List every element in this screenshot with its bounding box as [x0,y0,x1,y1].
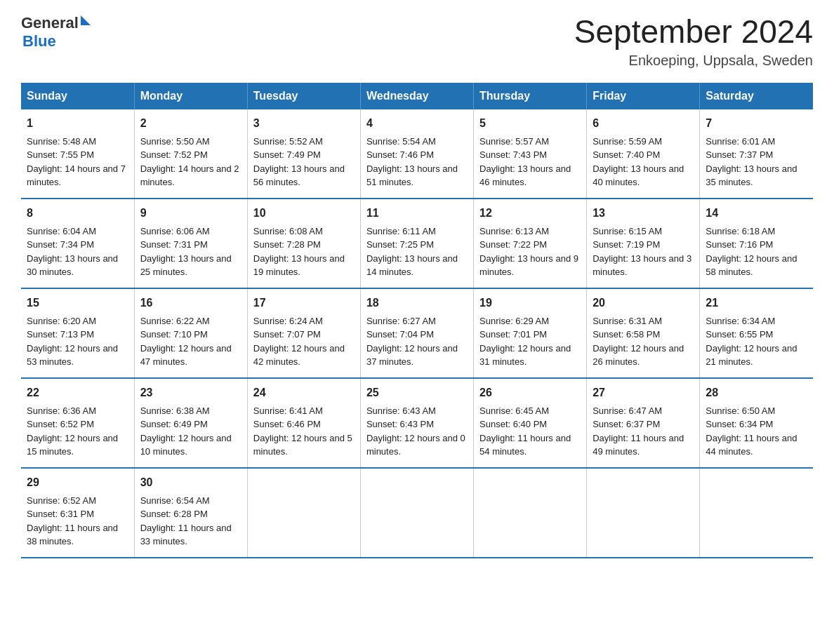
day-info: Sunrise: 6:06 AMSunset: 7:31 PMDaylight:… [140,226,232,278]
day-info: Sunrise: 6:43 AMSunset: 6:43 PMDaylight:… [366,405,465,457]
day-info: Sunrise: 6:45 AMSunset: 6:40 PMDaylight:… [479,405,571,457]
calendar-cell: 17Sunrise: 6:24 AMSunset: 7:07 PMDayligh… [247,288,360,378]
calendar-cell: 11Sunrise: 6:11 AMSunset: 7:25 PMDayligh… [360,199,473,288]
day-number: 18 [366,295,468,311]
calendar-cell: 20Sunrise: 6:31 AMSunset: 6:58 PMDayligh… [587,288,700,378]
week-row-5: 29Sunrise: 6:52 AMSunset: 6:31 PMDayligh… [21,468,813,558]
calendar-cell: 4Sunrise: 5:54 AMSunset: 7:46 PMDaylight… [360,109,473,199]
calendar-cell: 26Sunrise: 6:45 AMSunset: 6:40 PMDayligh… [474,378,587,468]
logo-blue-text: Blue [21,32,91,51]
week-row-4: 22Sunrise: 6:36 AMSunset: 6:52 PMDayligh… [21,378,813,468]
week-row-3: 15Sunrise: 6:20 AMSunset: 7:13 PMDayligh… [21,288,813,378]
week-row-1: 1Sunrise: 5:48 AMSunset: 7:55 PMDaylight… [21,109,813,199]
calendar-cell [700,468,813,558]
day-info: Sunrise: 6:04 AMSunset: 7:34 PMDaylight:… [27,226,118,278]
day-number: 21 [706,295,807,311]
day-info: Sunrise: 5:50 AMSunset: 7:52 PMDaylight:… [140,136,239,188]
calendar-cell: 8Sunrise: 6:04 AMSunset: 7:34 PMDaylight… [21,199,134,288]
day-info: Sunrise: 6:11 AMSunset: 7:25 PMDaylight:… [366,226,458,278]
header-tuesday: Tuesday [247,83,360,109]
day-info: Sunrise: 6:27 AMSunset: 7:04 PMDaylight:… [366,316,458,368]
header-wednesday: Wednesday [360,83,473,109]
calendar-table: SundayMondayTuesdayWednesdayThursdayFrid… [21,83,813,558]
day-info: Sunrise: 6:34 AMSunset: 6:55 PMDaylight:… [706,316,797,368]
calendar-cell: 21Sunrise: 6:34 AMSunset: 6:55 PMDayligh… [700,288,813,378]
calendar-cell: 30Sunrise: 6:54 AMSunset: 6:28 PMDayligh… [134,468,247,558]
day-info: Sunrise: 6:52 AMSunset: 6:31 PMDaylight:… [27,495,118,547]
calendar-cell: 25Sunrise: 6:43 AMSunset: 6:43 PMDayligh… [360,378,473,468]
day-info: Sunrise: 6:38 AMSunset: 6:49 PMDaylight:… [140,405,232,457]
day-number: 19 [479,295,581,311]
day-number: 29 [27,474,128,491]
day-info: Sunrise: 6:01 AMSunset: 7:37 PMDaylight:… [706,136,797,188]
logo-triangle-icon [81,15,91,25]
day-info: Sunrise: 6:20 AMSunset: 7:13 PMDaylight:… [27,316,118,368]
day-number: 13 [593,205,694,222]
calendar-cell: 13Sunrise: 6:15 AMSunset: 7:19 PMDayligh… [587,199,700,288]
day-info: Sunrise: 6:47 AMSunset: 6:37 PMDaylight:… [593,405,684,457]
header-sunday: Sunday [21,83,134,109]
calendar-cell: 29Sunrise: 6:52 AMSunset: 6:31 PMDayligh… [21,468,134,558]
day-number: 11 [366,205,468,222]
day-number: 22 [27,384,128,401]
header-friday: Friday [587,83,700,109]
day-number: 5 [479,115,581,132]
month-year-title: September 2024 [574,14,813,50]
calendar-cell: 24Sunrise: 6:41 AMSunset: 6:46 PMDayligh… [247,378,360,468]
header-monday: Monday [134,83,247,109]
header: General Blue September 2024 Enkoeping, U… [21,14,813,69]
location-subtitle: Enkoeping, Uppsala, Sweden [574,53,813,69]
calendar-cell: 3Sunrise: 5:52 AMSunset: 7:49 PMDaylight… [247,109,360,199]
day-info: Sunrise: 5:48 AMSunset: 7:55 PMDaylight:… [27,136,126,188]
day-number: 25 [366,384,468,401]
calendar-cell: 22Sunrise: 6:36 AMSunset: 6:52 PMDayligh… [21,378,134,468]
day-info: Sunrise: 6:08 AMSunset: 7:28 PMDaylight:… [253,226,345,278]
day-info: Sunrise: 6:13 AMSunset: 7:22 PMDaylight:… [479,226,578,278]
day-info: Sunrise: 6:24 AMSunset: 7:07 PMDaylight:… [253,316,345,368]
calendar-cell: 15Sunrise: 6:20 AMSunset: 7:13 PMDayligh… [21,288,134,378]
calendar-header-row: SundayMondayTuesdayWednesdayThursdayFrid… [21,83,813,109]
day-number: 23 [140,384,241,401]
day-info: Sunrise: 5:59 AMSunset: 7:40 PMDaylight:… [593,136,684,188]
day-number: 14 [706,205,807,222]
day-info: Sunrise: 6:36 AMSunset: 6:52 PMDaylight:… [27,405,118,457]
day-number: 7 [706,115,807,132]
calendar-cell: 12Sunrise: 6:13 AMSunset: 7:22 PMDayligh… [474,199,587,288]
day-info: Sunrise: 6:50 AMSunset: 6:34 PMDaylight:… [706,405,797,457]
day-info: Sunrise: 6:29 AMSunset: 7:01 PMDaylight:… [479,316,571,368]
day-number: 8 [27,205,128,222]
title-block: September 2024 Enkoeping, Uppsala, Swede… [574,14,813,69]
day-info: Sunrise: 6:54 AMSunset: 6:28 PMDaylight:… [140,495,232,547]
calendar-cell: 19Sunrise: 6:29 AMSunset: 7:01 PMDayligh… [474,288,587,378]
week-row-2: 8Sunrise: 6:04 AMSunset: 7:34 PMDaylight… [21,199,813,288]
day-number: 26 [479,384,581,401]
calendar-cell: 7Sunrise: 6:01 AMSunset: 7:37 PMDaylight… [700,109,813,199]
day-number: 24 [253,384,355,401]
calendar-cell: 27Sunrise: 6:47 AMSunset: 6:37 PMDayligh… [587,378,700,468]
day-number: 2 [140,115,241,132]
calendar-cell [587,468,700,558]
day-number: 1 [27,115,128,132]
logo: General Blue [21,14,91,51]
day-number: 3 [253,115,355,132]
calendar-cell: 2Sunrise: 5:50 AMSunset: 7:52 PMDaylight… [134,109,247,199]
day-info: Sunrise: 6:22 AMSunset: 7:10 PMDaylight:… [140,316,232,368]
calendar-cell: 28Sunrise: 6:50 AMSunset: 6:34 PMDayligh… [700,378,813,468]
calendar-cell [474,468,587,558]
day-number: 15 [27,295,128,311]
day-info: Sunrise: 6:15 AMSunset: 7:19 PMDaylight:… [593,226,691,278]
calendar-cell [247,468,360,558]
day-number: 17 [253,295,355,311]
day-number: 27 [593,384,694,401]
day-number: 6 [593,115,694,132]
day-info: Sunrise: 5:57 AMSunset: 7:43 PMDaylight:… [479,136,571,188]
day-info: Sunrise: 5:52 AMSunset: 7:49 PMDaylight:… [253,136,345,188]
calendar-cell: 16Sunrise: 6:22 AMSunset: 7:10 PMDayligh… [134,288,247,378]
logo-general-text: General [21,14,79,32]
day-info: Sunrise: 5:54 AMSunset: 7:46 PMDaylight:… [366,136,458,188]
header-saturday: Saturday [700,83,813,109]
calendar-cell [360,468,473,558]
calendar-cell: 10Sunrise: 6:08 AMSunset: 7:28 PMDayligh… [247,199,360,288]
header-thursday: Thursday [474,83,587,109]
calendar-cell: 23Sunrise: 6:38 AMSunset: 6:49 PMDayligh… [134,378,247,468]
